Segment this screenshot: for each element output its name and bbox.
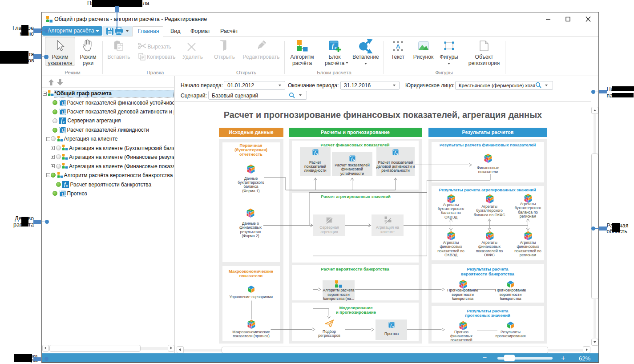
- svg-text:x: x: [63, 130, 65, 133]
- svg-text:x: x: [63, 194, 65, 197]
- svg-text:A: A: [396, 43, 400, 50]
- svg-text:x: x: [63, 112, 65, 115]
- svg-text:x: x: [63, 103, 65, 106]
